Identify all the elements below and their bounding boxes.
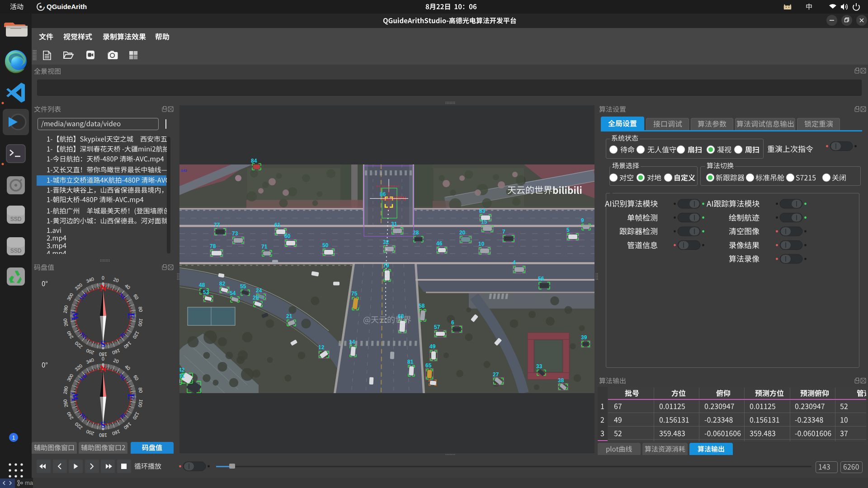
svg-text:SW: SW xyxy=(79,331,89,340)
svg-text:NE: NE xyxy=(118,292,127,300)
svg-text:40: 40 xyxy=(124,283,132,291)
svg-text:84: 84 xyxy=(251,158,257,164)
svg-text:220: 220 xyxy=(74,421,83,431)
svg-text:120: 120 xyxy=(132,330,141,340)
svg-text:240: 240 xyxy=(66,411,74,421)
svg-text:340: 340 xyxy=(85,276,95,284)
svg-text:60: 60 xyxy=(132,293,140,300)
svg-text:0: 0 xyxy=(102,275,104,281)
svg-text:140: 140 xyxy=(123,422,132,431)
svg-text:200: 200 xyxy=(85,429,95,436)
svg-text:120: 120 xyxy=(132,411,141,421)
svg-text:320: 320 xyxy=(74,363,83,372)
svg-text:20: 20 xyxy=(113,277,119,283)
svg-text:60: 60 xyxy=(132,374,140,381)
svg-text:280: 280 xyxy=(62,305,69,314)
svg-text:200: 200 xyxy=(85,348,95,356)
svg-text:1: 1 xyxy=(12,435,15,441)
svg-text:80: 80 xyxy=(137,387,144,394)
svg-text:180: 180 xyxy=(99,432,107,438)
svg-text:160: 160 xyxy=(111,429,121,436)
svg-text:20: 20 xyxy=(113,357,119,364)
svg-text:SW: SW xyxy=(79,412,89,421)
svg-text:80: 80 xyxy=(137,306,144,313)
svg-text:300: 300 xyxy=(66,373,74,382)
svg-text:100: 100 xyxy=(137,318,144,327)
svg-text:E: E xyxy=(126,394,136,399)
svg-text:W: W xyxy=(70,392,80,401)
svg-text:140: 140 xyxy=(123,341,132,350)
svg-text:340: 340 xyxy=(85,357,95,365)
svg-text:NE: NE xyxy=(118,373,127,381)
svg-text:160: 160 xyxy=(111,348,121,356)
svg-text:NW: NW xyxy=(79,291,89,301)
svg-text:240: 240 xyxy=(66,330,74,340)
svg-text:NW: NW xyxy=(79,372,89,382)
svg-text:280: 280 xyxy=(62,386,69,394)
svg-text:40: 40 xyxy=(124,364,132,371)
svg-text:0: 0 xyxy=(102,356,104,361)
svg-text:SSD: SSD xyxy=(10,248,22,254)
svg-text:260: 260 xyxy=(62,318,69,327)
svg-text:W: W xyxy=(70,311,80,320)
svg-text:E: E xyxy=(126,313,136,319)
svg-text:220: 220 xyxy=(74,340,83,350)
svg-text:SSD: SSD xyxy=(10,216,22,222)
svg-text:320: 320 xyxy=(74,282,83,291)
svg-text:N: N xyxy=(100,283,107,293)
svg-text:260: 260 xyxy=(62,399,69,408)
svg-text:300: 300 xyxy=(66,292,74,301)
svg-text:N: N xyxy=(100,364,107,374)
svg-text:100: 100 xyxy=(137,399,144,408)
